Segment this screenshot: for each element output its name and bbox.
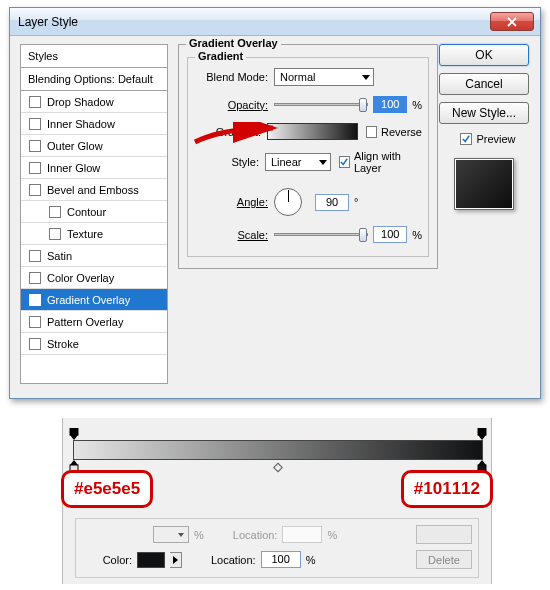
angle-field[interactable]: 90 — [315, 194, 349, 211]
style-checkbox[interactable] — [29, 96, 41, 108]
style-item-satin[interactable]: Satin — [21, 245, 167, 267]
gradient-picker[interactable] — [267, 123, 358, 140]
angle-dial[interactable] — [274, 188, 302, 216]
location-label-2: Location: — [211, 554, 256, 566]
style-item-bevel-and-emboss[interactable]: Bevel and Emboss — [21, 179, 167, 201]
chevron-down-icon — [362, 75, 370, 80]
left-color-callout: #e5e5e5 — [61, 470, 153, 508]
preview-label: Preview — [476, 133, 515, 145]
style-item-outer-glow[interactable]: Outer Glow — [21, 135, 167, 157]
group-title: Gradient Overlay — [186, 37, 281, 49]
style-dropdown[interactable]: Linear — [265, 153, 331, 171]
color-chevron-button[interactable] — [170, 552, 182, 568]
angle-label: Angle: — [194, 196, 268, 208]
dialog-buttons: OK Cancel New Style... Preview — [438, 44, 530, 210]
style-checkbox[interactable] — [29, 316, 41, 328]
reverse-checkbox[interactable] — [366, 126, 377, 138]
svg-rect-1 — [478, 428, 486, 435]
scale-field[interactable]: 100 — [373, 226, 407, 243]
style-label: Outer Glow — [47, 135, 103, 157]
style-label: Texture — [67, 223, 103, 245]
align-checkbox[interactable] — [339, 156, 350, 168]
style-item-inner-shadow[interactable]: Inner Shadow — [21, 113, 167, 135]
style-checkbox[interactable] — [29, 140, 41, 152]
style-checkbox[interactable] — [29, 162, 41, 174]
style-label: Inner Shadow — [47, 113, 115, 135]
style-label: Drop Shadow — [47, 91, 114, 113]
style-checkbox[interactable] — [29, 250, 41, 262]
styles-panel: Styles Blending Options: Default Drop Sh… — [20, 44, 168, 384]
styles-header[interactable]: Styles — [21, 45, 167, 68]
opacity-stop-right[interactable] — [476, 428, 488, 440]
opacity-slider[interactable] — [274, 103, 368, 106]
style-item-contour[interactable]: Contour — [21, 201, 167, 223]
style-item-texture[interactable]: Texture — [21, 223, 167, 245]
style-item-drop-shadow[interactable]: Drop Shadow — [21, 91, 167, 113]
style-item-stroke[interactable]: Stroke — [21, 333, 167, 355]
style-item-gradient-overlay[interactable]: Gradient Overlay — [21, 289, 167, 311]
color-well[interactable] — [137, 552, 165, 568]
style-item-color-overlay[interactable]: Color Overlay — [21, 267, 167, 289]
style-label: Bevel and Emboss — [47, 179, 139, 201]
style-item-inner-glow[interactable]: Inner Glow — [21, 157, 167, 179]
gradient-label: Gradient: — [194, 126, 261, 138]
color-delete-button[interactable]: Delete — [416, 550, 472, 569]
preview-checkbox[interactable] — [460, 133, 472, 145]
opacity-stop-left[interactable] — [68, 428, 80, 440]
style-checkbox[interactable] — [29, 294, 41, 306]
style-checkbox[interactable] — [29, 184, 41, 196]
style-checkbox[interactable] — [29, 118, 41, 130]
opacity-delete-button[interactable] — [416, 525, 472, 544]
gradient-editor: #e5e5e5 #101112 % Location: % Color: Loc… — [62, 418, 492, 584]
opacity-label: Opacity: — [194, 99, 268, 111]
blending-options-header[interactable]: Blending Options: Default — [21, 68, 167, 91]
layer-style-dialog: Layer Style Styles Blending Options: Def… — [9, 7, 541, 399]
style-label: Color Overlay — [47, 267, 114, 289]
titlebar: Layer Style — [10, 8, 540, 36]
align-label: Align with Layer — [354, 150, 422, 174]
scale-slider[interactable] — [274, 233, 368, 236]
window-title: Layer Style — [18, 15, 490, 29]
opacity-field[interactable]: 100 — [373, 96, 407, 113]
gradient-overlay-group: Gradient Overlay Gradient Blend Mode: No… — [178, 44, 438, 269]
style-label: Style: — [194, 156, 259, 168]
midpoint-diamond-icon[interactable] — [273, 463, 283, 473]
stops-fieldset: % Location: % Color: Location: 100 % Del… — [75, 518, 479, 578]
opacity-location-field[interactable] — [282, 526, 322, 543]
style-checkbox[interactable] — [29, 338, 41, 350]
cancel-button[interactable]: Cancel — [439, 73, 529, 95]
color-location-field[interactable]: 100 — [261, 551, 301, 568]
reverse-label: Reverse — [381, 126, 422, 138]
style-checkbox[interactable] — [29, 272, 41, 284]
gradient-bar[interactable] — [73, 440, 483, 460]
blend-mode-dropdown[interactable]: Normal — [274, 68, 374, 86]
ok-button[interactable]: OK — [439, 44, 529, 66]
style-label: Contour — [67, 201, 106, 223]
opacity-dropdown[interactable] — [153, 526, 189, 543]
style-item-pattern-overlay[interactable]: Pattern Overlay — [21, 311, 167, 333]
style-checkbox[interactable] — [49, 206, 61, 218]
style-label: Stroke — [47, 333, 79, 355]
gradient-subgroup: Gradient Blend Mode: Normal Opacity: 100… — [187, 57, 429, 257]
scale-label: Scale: — [194, 229, 268, 241]
style-label: Gradient Overlay — [47, 289, 130, 311]
chevron-right-icon — [173, 556, 178, 564]
color-label: Color: — [88, 554, 132, 566]
right-color-callout: #101112 — [401, 470, 493, 508]
style-checkbox[interactable] — [49, 228, 61, 240]
chevron-down-icon — [319, 160, 327, 165]
close-icon — [507, 17, 517, 27]
new-style-button[interactable]: New Style... — [439, 102, 529, 124]
style-label: Satin — [47, 245, 72, 267]
style-label: Pattern Overlay — [47, 311, 123, 333]
location-label: Location: — [233, 529, 278, 541]
style-label: Inner Glow — [47, 157, 100, 179]
blend-mode-label: Blend Mode: — [194, 71, 268, 83]
preview-swatch — [454, 158, 514, 210]
close-button[interactable] — [490, 12, 534, 31]
svg-rect-0 — [70, 428, 78, 435]
subgroup-title: Gradient — [195, 50, 246, 62]
